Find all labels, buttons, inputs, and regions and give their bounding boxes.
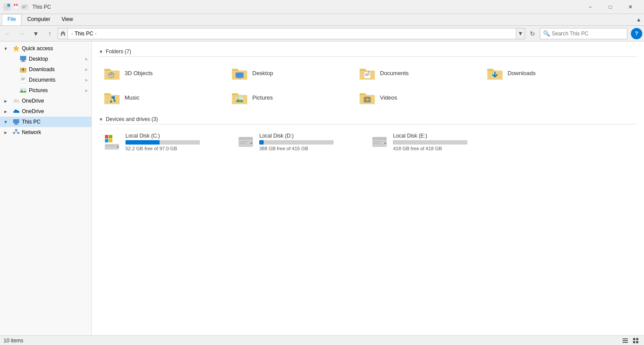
sidebar-item-desktop[interactable]: Desktop ➤ — [0, 54, 91, 64]
drive-e[interactable]: Local Disk (E:) 418 GB free of 418 GB — [366, 129, 493, 155]
svg-rect-31 — [236, 72, 244, 78]
sidebar: ▼ Quick access Desktop ➤ Downloads ➤ — [0, 41, 92, 335]
svg-rect-60 — [373, 141, 382, 142]
address-bar: ← → ▼ ↑ › This PC › ▼ ↻ 🔍 ? — [0, 26, 644, 41]
tab-file[interactable]: File — [2, 14, 21, 25]
sidebar-item-pictures[interactable]: Pictures ➤ — [0, 85, 91, 96]
folder-desktop[interactable]: Desktop — [226, 61, 353, 85]
onedrive-cloud-chevron: ► — [3, 109, 10, 114]
svg-rect-2 — [4, 7, 7, 10]
ribbon-expand-icon[interactable]: ▲ — [635, 16, 642, 23]
svg-rect-45 — [105, 135, 108, 138]
search-input[interactable] — [552, 31, 624, 37]
title-bar: This PC − □ ✕ — [0, 0, 644, 14]
svg-point-54 — [251, 142, 252, 144]
folders-section-header[interactable]: ▼ Folders (7) — [99, 48, 637, 57]
window-controls[interactable]: − □ ✕ — [580, 0, 641, 14]
sidebar-item-documents[interactable]: Documents ➤ — [0, 75, 91, 85]
tab-view[interactable]: View — [56, 14, 79, 25]
folder-videos[interactable]: Videos — [354, 86, 481, 109]
up-button[interactable]: ↑ — [44, 28, 56, 39]
drive-d-name: Local Disk (D:) — [259, 133, 355, 139]
documents-pin-icon: ➤ — [84, 78, 88, 83]
svg-rect-67 — [633, 341, 635, 343]
network-icon — [12, 128, 20, 136]
drive-c-free: 52.2 GB free of 97.0 GB — [125, 146, 222, 151]
svg-point-36 — [237, 97, 239, 99]
network-chevron: ► — [3, 130, 10, 135]
sidebar-item-onedrive-personal[interactable]: ► OneDrive — [0, 96, 91, 106]
drive-c[interactable]: Local Disk (C:) 52.2 GB free of 97.0 GB — [99, 129, 226, 155]
desktop-label: Desktop — [29, 56, 83, 62]
path-end-separator: › — [95, 31, 97, 36]
drives-grid: Local Disk (C:) 52.2 GB free of 97.0 GB — [99, 129, 637, 155]
svg-rect-42 — [370, 99, 371, 100]
svg-rect-0 — [4, 4, 7, 7]
minimize-button[interactable]: − — [580, 0, 600, 14]
folder-videos-icon — [358, 88, 376, 107]
sidebar-item-thispc[interactable]: ▼ This PC — [0, 117, 91, 127]
svg-rect-53 — [239, 137, 253, 140]
sidebar-item-downloads[interactable]: Downloads ➤ — [0, 64, 91, 75]
tiles-view-button[interactable] — [631, 337, 641, 345]
folder-videos-label: Videos — [380, 94, 397, 101]
downloads-icon — [19, 66, 27, 73]
drive-d-free: 388 GB free of 415 GB — [259, 146, 355, 151]
forward-button[interactable]: → — [16, 28, 28, 39]
svg-rect-32 — [238, 78, 241, 79]
recent-locations-button[interactable]: ▼ — [30, 28, 42, 39]
folder-downloads-label: Downloads — [508, 70, 536, 76]
folder-downloads-icon — [486, 64, 504, 82]
sidebar-item-onedrive-cloud[interactable]: ► OneDrive — [0, 106, 91, 117]
onedrive-personal-icon — [12, 97, 20, 105]
path-home-icon[interactable] — [58, 28, 67, 39]
ribbon: File Computer View ▲ — [0, 14, 644, 26]
app-icon-3 — [21, 3, 28, 10]
title-bar-app-icons — [3, 3, 28, 10]
devices-section-header[interactable]: ▼ Devices and drives (3) — [99, 116, 637, 124]
quick-access-icon — [12, 45, 20, 52]
folder-documents[interactable]: A Documents — [354, 61, 481, 85]
drive-d-icon — [237, 133, 255, 151]
ribbon-tabs[interactable]: File Computer View ▲ — [0, 14, 644, 25]
maximize-button[interactable]: □ — [600, 0, 620, 14]
search-box[interactable]: 🔍 — [540, 28, 627, 39]
drive-e-icon — [370, 133, 389, 151]
refresh-button[interactable]: ↻ — [527, 28, 538, 39]
sidebar-quick-access[interactable]: ▼ Quick access — [0, 43, 91, 54]
folder-pictures-icon — [230, 88, 249, 107]
app-icon-1 — [3, 3, 10, 10]
svg-rect-55 — [240, 141, 248, 142]
details-view-button[interactable] — [620, 337, 630, 345]
svg-rect-58 — [372, 137, 386, 140]
drive-e-free: 418 GB free of 418 GB — [393, 146, 489, 151]
folder-downloads[interactable]: Downloads — [482, 61, 609, 85]
address-dropdown-button[interactable]: ▼ — [516, 28, 525, 39]
svg-rect-10 — [20, 56, 26, 60]
svg-rect-19 — [15, 123, 17, 124]
folders-grid: 3D Objects Desktop — [99, 61, 637, 109]
view-buttons[interactable] — [620, 337, 641, 345]
svg-rect-63 — [623, 340, 628, 341]
close-button[interactable]: ✕ — [620, 0, 641, 14]
svg-rect-21 — [15, 129, 17, 131]
main-layout: ▼ Quick access Desktop ➤ Downloads ➤ — [0, 41, 644, 335]
folder-music[interactable]: Music — [99, 86, 226, 109]
drive-d-info: Local Disk (D:) 388 GB free of 415 GB — [259, 133, 355, 151]
sidebar-item-network[interactable]: ► Network — [0, 127, 91, 138]
folder-pictures[interactable]: Pictures — [226, 86, 353, 109]
svg-rect-20 — [14, 124, 18, 125]
tab-computer[interactable]: Computer — [21, 14, 56, 25]
path-thispc[interactable]: This PC — [75, 31, 94, 37]
folder-3dobjects[interactable]: 3D Objects — [99, 61, 226, 85]
drive-d[interactable]: Local Disk (D:) 388 GB free of 415 GB — [233, 129, 359, 155]
status-bar: 10 items — [0, 335, 644, 345]
address-path[interactable]: › This PC › — [67, 28, 516, 39]
drive-e-bar — [393, 140, 467, 145]
svg-rect-3 — [7, 7, 10, 10]
folder-3dobjects-label: 3D Objects — [125, 70, 153, 76]
help-button[interactable]: ? — [631, 28, 642, 39]
svg-rect-11 — [22, 60, 24, 61]
back-button[interactable]: ← — [2, 28, 14, 39]
folder-desktop-label: Desktop — [252, 70, 273, 76]
